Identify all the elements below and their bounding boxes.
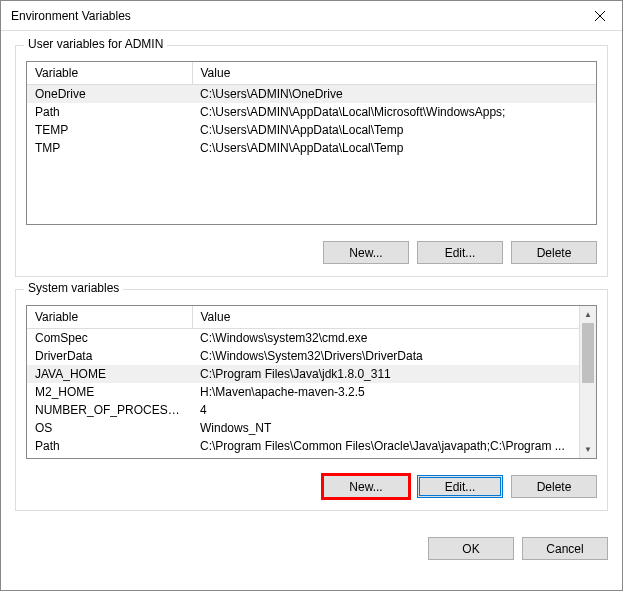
sys-cell-variable: Path: [27, 437, 192, 455]
user-variables-table-wrap: Variable Value OneDriveC:\Users\ADMIN\On…: [26, 61, 597, 225]
user-cell-value: C:\Users\ADMIN\OneDrive: [192, 84, 596, 103]
user-cell-value: C:\Users\ADMIN\AppData\Local\Temp: [192, 139, 596, 157]
sys-cell-value: C:\Windows\System32\Drivers\DriverData: [192, 347, 579, 365]
user-variables-group: User variables for ADMIN Variable Value …: [15, 45, 608, 277]
sys-row[interactable]: M2_HOMEH:\Maven\apache-maven-3.2.5: [27, 383, 579, 401]
user-row[interactable]: TMPC:\Users\ADMIN\AppData\Local\Temp: [27, 139, 596, 157]
user-edit-button[interactable]: Edit...: [417, 241, 503, 264]
scroll-up-icon[interactable]: ▲: [580, 306, 596, 323]
sys-cell-value: 4: [192, 401, 579, 419]
sys-cell-variable: OS: [27, 419, 192, 437]
sys-cell-variable: M2_HOME: [27, 383, 192, 401]
sys-row[interactable]: PathC:\Program Files\Common Files\Oracle…: [27, 437, 579, 455]
system-variables-label: System variables: [24, 281, 123, 295]
user-variables-table[interactable]: Variable Value OneDriveC:\Users\ADMIN\On…: [27, 62, 596, 157]
scroll-thumb[interactable]: [582, 323, 594, 383]
sys-row[interactable]: OSWindows_NT: [27, 419, 579, 437]
user-cell-variable: Path: [27, 103, 192, 121]
user-delete-button[interactable]: Delete: [511, 241, 597, 264]
close-button[interactable]: [577, 1, 622, 31]
user-cell-variable: TMP: [27, 139, 192, 157]
user-row[interactable]: TEMPC:\Users\ADMIN\AppData\Local\Temp: [27, 121, 596, 139]
user-col-variable[interactable]: Variable: [27, 62, 192, 84]
dialog-content: User variables for ADMIN Variable Value …: [1, 31, 622, 533]
sys-col-value[interactable]: Value: [192, 306, 579, 328]
sys-row[interactable]: ComSpecC:\Windows\system32\cmd.exe: [27, 328, 579, 347]
user-cell-variable: TEMP: [27, 121, 192, 139]
sys-cell-value: C:\Program Files\Java\jdk1.8.0_311: [192, 365, 579, 383]
titlebar: Environment Variables: [1, 1, 622, 31]
user-buttons-row: New... Edit... Delete: [16, 235, 607, 276]
sys-row[interactable]: DriverDataC:\Windows\System32\Drivers\Dr…: [27, 347, 579, 365]
system-buttons-row: New... Edit... Delete: [16, 469, 607, 510]
scroll-track[interactable]: [580, 383, 596, 441]
system-variables-table[interactable]: Variable Value ComSpecC:\Windows\system3…: [27, 306, 579, 455]
user-cell-variable: OneDrive: [27, 84, 192, 103]
scroll-down-icon[interactable]: ▼: [580, 441, 596, 458]
user-variables-label: User variables for ADMIN: [24, 37, 167, 51]
user-cell-value: C:\Users\ADMIN\AppData\Local\Microsoft\W…: [192, 103, 596, 121]
sys-cell-variable: ComSpec: [27, 328, 192, 347]
cancel-button[interactable]: Cancel: [522, 537, 608, 560]
system-delete-button[interactable]: Delete: [511, 475, 597, 498]
sys-cell-value: C:\Program Files\Common Files\Oracle\Jav…: [192, 437, 579, 455]
sys-row[interactable]: JAVA_HOMEC:\Program Files\Java\jdk1.8.0_…: [27, 365, 579, 383]
ok-button[interactable]: OK: [428, 537, 514, 560]
sys-cell-value: H:\Maven\apache-maven-3.2.5: [192, 383, 579, 401]
system-new-button[interactable]: New...: [323, 475, 409, 498]
close-icon: [595, 11, 605, 21]
user-col-value[interactable]: Value: [192, 62, 596, 84]
user-row[interactable]: PathC:\Users\ADMIN\AppData\Local\Microso…: [27, 103, 596, 121]
user-new-button[interactable]: New...: [323, 241, 409, 264]
system-variables-table-wrap: Variable Value ComSpecC:\Windows\system3…: [26, 305, 597, 459]
window-title: Environment Variables: [11, 9, 131, 23]
system-variables-group: System variables Variable Value ComSpecC…: [15, 289, 608, 511]
user-row[interactable]: OneDriveC:\Users\ADMIN\OneDrive: [27, 84, 596, 103]
dialog-buttons-row: OK Cancel: [1, 533, 622, 574]
sys-cell-variable: JAVA_HOME: [27, 365, 192, 383]
sys-cell-variable: NUMBER_OF_PROCESSORS: [27, 401, 192, 419]
user-cell-value: C:\Users\ADMIN\AppData\Local\Temp: [192, 121, 596, 139]
sys-row[interactable]: NUMBER_OF_PROCESSORS4: [27, 401, 579, 419]
system-scrollbar[interactable]: ▲ ▼: [579, 306, 596, 458]
sys-cell-variable: DriverData: [27, 347, 192, 365]
sys-col-variable[interactable]: Variable: [27, 306, 192, 328]
system-edit-button[interactable]: Edit...: [417, 475, 503, 498]
sys-cell-value: Windows_NT: [192, 419, 579, 437]
sys-cell-value: C:\Windows\system32\cmd.exe: [192, 328, 579, 347]
